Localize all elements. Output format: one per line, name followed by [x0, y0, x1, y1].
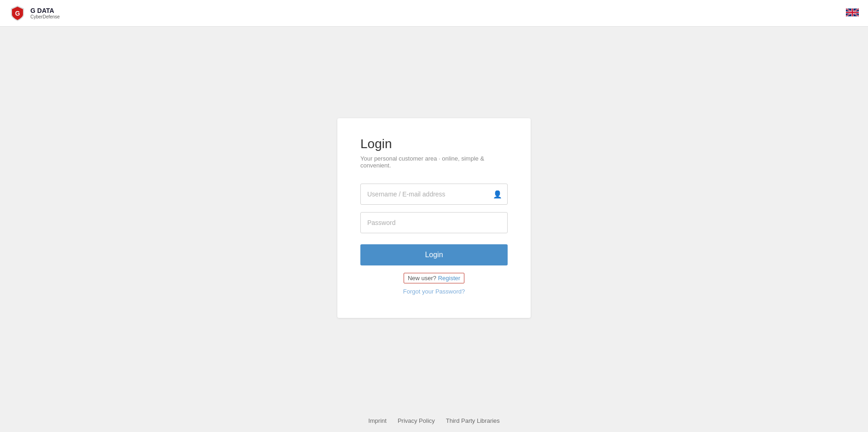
login-button[interactable]: Login	[360, 244, 508, 265]
third-party-link[interactable]: Third Party Libraries	[446, 417, 500, 424]
new-user-row: New user? Register	[360, 273, 508, 283]
page-footer: Imprint Privacy Policy Third Party Libra…	[0, 409, 868, 432]
login-card: Login Your personal customer area · onli…	[337, 118, 531, 318]
app-header: G G DATA CyberDefense	[0, 0, 868, 27]
language-selector[interactable]	[846, 8, 859, 18]
username-input[interactable]	[360, 184, 508, 205]
password-input[interactable]	[360, 212, 508, 233]
svg-text:G: G	[15, 10, 20, 17]
logo-text: G DATA CyberDefense	[30, 7, 60, 20]
forgot-password-link[interactable]: Forgot your Password?	[360, 288, 508, 295]
main-content: Login Your personal customer area · onli…	[0, 27, 868, 409]
logo-area: G G DATA CyberDefense	[9, 5, 60, 22]
imprint-link[interactable]: Imprint	[368, 417, 387, 424]
new-user-box: New user? Register	[404, 273, 464, 283]
password-field-group	[360, 212, 508, 233]
gdata-logo-icon: G	[9, 5, 26, 22]
brand-name: G DATA	[30, 7, 60, 15]
privacy-policy-link[interactable]: Privacy Policy	[398, 417, 435, 424]
username-field-group: 👤	[360, 184, 508, 205]
uk-flag-icon	[846, 8, 859, 17]
brand-sub: CyberDefense	[30, 14, 60, 19]
register-link[interactable]: Register	[438, 275, 460, 282]
new-user-text: New user?	[408, 275, 436, 282]
login-title: Login	[360, 137, 508, 151]
login-subtitle: Your personal customer area · online, si…	[360, 155, 508, 169]
user-icon: 👤	[493, 190, 502, 198]
